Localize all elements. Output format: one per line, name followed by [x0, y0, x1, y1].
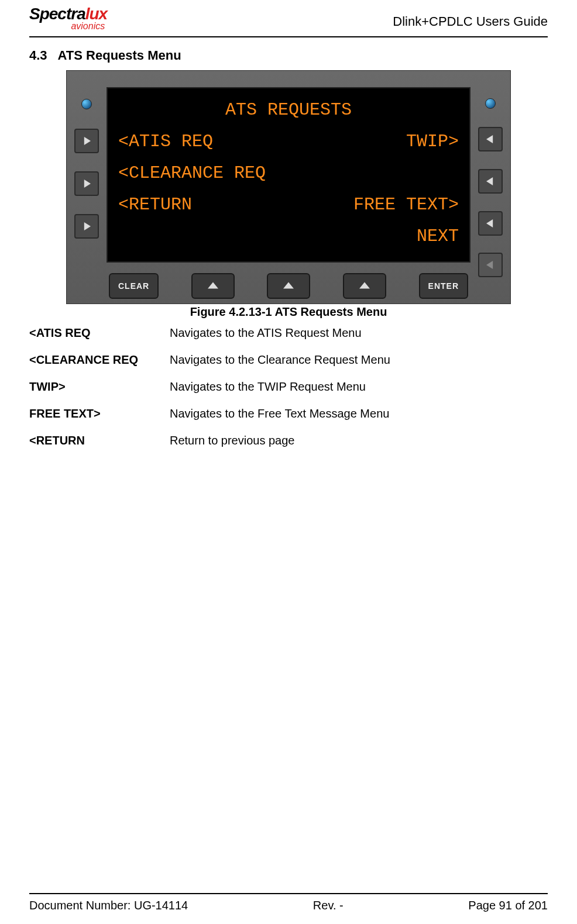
- right-button-column: [470, 71, 510, 304]
- section-title: ATS Requests Menu: [58, 48, 181, 63]
- lsk-r4-button[interactable]: [478, 253, 503, 277]
- description-text: Navigates to the ATIS Request Menu: [170, 325, 362, 341]
- document-title: Dlink+CPDLC Users Guide: [393, 14, 548, 32]
- description-term: <RETURN: [29, 432, 170, 449]
- logo-subtext: avionics: [29, 21, 107, 32]
- description-text: Navigates to the Free Text Message Menu: [170, 405, 389, 422]
- description-row: FREE TEXT> Navigates to the Free Text Me…: [29, 405, 548, 422]
- description-term: <ATIS REQ: [29, 325, 170, 341]
- lsk-l1-label: <ATIS REQ: [118, 126, 213, 157]
- description-list: <ATIS REQ Navigates to the ATIS Request …: [29, 325, 548, 459]
- lsk-r1-button[interactable]: [478, 127, 503, 151]
- lsk-r3-button[interactable]: [478, 211, 503, 236]
- description-row: <ATIS REQ Navigates to the ATIS Request …: [29, 325, 548, 341]
- up-arrow-button-2[interactable]: [267, 273, 310, 299]
- lsk-l3-button[interactable]: [74, 214, 99, 239]
- description-text: Navigates to the Clearance Request Menu: [170, 351, 390, 368]
- footer-revision: Rev. -: [313, 899, 344, 912]
- description-row: TWIP> Navigates to the TWIP Request Menu: [29, 378, 548, 395]
- description-row: <RETURN Return to previous page: [29, 432, 548, 449]
- left-button-column: [67, 71, 107, 304]
- lsk-l3-label: <RETURN: [118, 189, 192, 220]
- up-arrow-button-3[interactable]: [343, 273, 386, 299]
- led-indicator: [485, 98, 496, 109]
- description-text: Return to previous page: [170, 432, 294, 449]
- lsk-r4-label: NEXT: [417, 220, 459, 252]
- screen-row-2: <CLEARANCE REQ: [118, 157, 459, 189]
- figure: ATS REQUESTS <ATIS REQ TWIP> <CLEARANCE …: [29, 70, 548, 325]
- device-bezel: ATS REQUESTS <ATIS REQ TWIP> <CLEARANCE …: [66, 70, 511, 304]
- figure-caption: Figure 4.2.13-1 ATS Requests Menu: [190, 305, 387, 319]
- screen-title: ATS REQUESTS: [118, 94, 459, 126]
- display-screen: ATS REQUESTS <ATIS REQ TWIP> <CLEARANCE …: [107, 87, 470, 263]
- lsk-r3-label: FREE TEXT>: [353, 189, 459, 220]
- enter-button[interactable]: ENTER: [419, 273, 468, 299]
- description-term: <CLEARANCE REQ: [29, 351, 170, 368]
- page-header: Spectralux avionics Dlink+CPDLC Users Gu…: [29, 0, 548, 37]
- footer-page-number: Page 91 of 201: [468, 899, 548, 912]
- footer-doc-number: Document Number: UG-14114: [29, 899, 188, 912]
- lsk-r1-label: TWIP>: [406, 126, 459, 157]
- description-text: Navigates to the TWIP Request Menu: [170, 378, 366, 395]
- section-number: 4.3: [29, 48, 47, 63]
- lsk-l2-label: <CLEARANCE REQ: [118, 157, 266, 189]
- description-term: TWIP>: [29, 378, 170, 395]
- section-heading: 4.3 ATS Requests Menu: [29, 48, 548, 63]
- logo: Spectralux avionics: [29, 5, 107, 32]
- led-indicator: [81, 99, 92, 109]
- description-row: <CLEARANCE REQ Navigates to the Clearanc…: [29, 351, 548, 368]
- description-term: FREE TEXT>: [29, 405, 170, 422]
- screen-row-4: NEXT: [118, 220, 459, 252]
- lsk-r2-button[interactable]: [478, 169, 503, 194]
- screen-row-1: <ATIS REQ TWIP>: [118, 126, 459, 157]
- lsk-l2-button[interactable]: [74, 171, 99, 196]
- screen-row-3: <RETURN FREE TEXT>: [118, 189, 459, 220]
- page-footer: Document Number: UG-14114 Rev. - Page 91…: [29, 893, 548, 924]
- clear-button[interactable]: CLEAR: [109, 273, 159, 299]
- lsk-l1-button[interactable]: [74, 129, 99, 153]
- up-arrow-button-1[interactable]: [191, 273, 235, 299]
- bottom-button-row: CLEAR ENTER: [107, 273, 470, 299]
